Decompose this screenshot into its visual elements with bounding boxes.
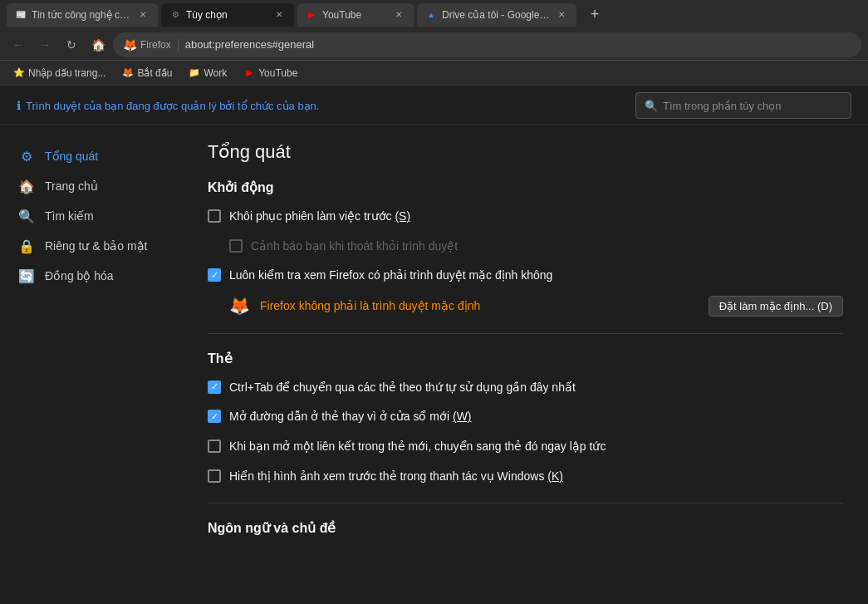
warn-close-row: Cảnh báo bạn khi thoát khỏi trình duyệt	[229, 237, 843, 257]
restore-session-row: Khôi phục phiên làm việc trước (S)	[208, 207, 843, 227]
main-layout: ⚙ Tổng quát 🏠 Trang chủ 🔍 Tìm kiếm 🔒 Riê…	[0, 125, 868, 604]
search-input[interactable]	[663, 100, 842, 112]
open-links-tabs-label: Mở đường dẫn ở thẻ thay vì ở cửa sổ mới …	[229, 409, 472, 425]
sidebar-item-sync[interactable]: 🔄 Đồng bộ hóa	[8, 261, 174, 291]
open-links-shortcut: (W)	[453, 410, 472, 423]
nav-bar: ← → ↻ 🏠 🦊 Firefox about:preferences#gene…	[0, 29, 868, 61]
open-links-tabs-row: ✓ Mở đường dẫn ở thẻ thay vì ở cửa sổ mớ…	[208, 407, 843, 427]
title-bar: 📰 Tin tức công nghệ cập nhật 24... ✕ ⚙ T…	[0, 0, 868, 29]
startup-section-title: Khởi động	[208, 179, 843, 195]
browser-label: 🦊 Firefox	[123, 38, 180, 52]
sidebar-item-privacy[interactable]: 🔒 Riêng tư & bảo mật	[8, 231, 174, 261]
warn-close-checkbox[interactable]	[229, 239, 243, 253]
tab-drive[interactable]: ▲ Drive của tôi - Google Drive ✕	[417, 3, 576, 27]
bookmark-input-label: Nhập dấu trang...	[28, 67, 105, 79]
url-text: about:preferences#general	[185, 38, 314, 51]
restore-session-label: Khôi phục phiên làm việc trước (S)	[229, 209, 410, 225]
managed-text: Trình duyệt của bạn đang được quản lý bở…	[26, 100, 319, 112]
info-icon: ℹ	[17, 99, 21, 112]
home-icon: 🏠	[18, 178, 35, 194]
show-preview-checkbox[interactable]	[208, 469, 221, 483]
sidebar-item-general[interactable]: ⚙ Tổng quát	[8, 141, 174, 171]
tab-youtube-favicon: ▶	[306, 9, 317, 21]
tab-news-label: Tin tức công nghệ cập nhật 24...	[32, 9, 131, 21]
check-default-row: ✓ Luôn kiểm tra xem Firefox có phải trìn…	[208, 266, 843, 286]
bookmark-batdau-label: Bắt đầu	[137, 67, 172, 79]
restore-session-shortcut: (S)	[395, 209, 410, 223]
sidebar-item-search[interactable]: 🔍 Tìm kiếm	[8, 201, 174, 231]
sidebar-home-label: Trang chủ	[45, 179, 98, 193]
tabs-section-title: Thẻ	[208, 351, 843, 366]
bookmark-batdau[interactable]: 🦊 Bắt đầu	[117, 66, 177, 81]
show-preview-shortcut: (K)	[547, 469, 563, 483]
tab-drive-favicon: ▲	[425, 9, 437, 21]
divider-2	[208, 503, 843, 503]
restore-session-checkbox[interactable]	[208, 209, 221, 223]
bookmark-work-label: Work	[204, 67, 227, 79]
bookmark-work-icon: 📁	[189, 67, 200, 79]
tab-news-favicon: 📰	[15, 9, 27, 21]
switch-new-tab-checkbox[interactable]	[208, 439, 221, 453]
bookmarks-bar: ⭐ Nhập dấu trang... 🦊 Bắt đầu 📁 Work ▶ Y…	[0, 61, 868, 86]
tab-drive-label: Drive của tôi - Google Drive	[442, 9, 550, 21]
ctrl-tab-label: Ctrl+Tab để chuyển qua các thẻ theo thứ …	[229, 380, 576, 396]
ctrl-tab-checkbox[interactable]: ✓	[208, 381, 221, 394]
privacy-icon: 🔒	[18, 238, 35, 254]
tab-drive-close[interactable]: ✕	[555, 8, 568, 22]
switch-new-tab-row: Khi bạn mở một liên kết trong thẻ mới, c…	[208, 437, 843, 457]
show-preview-label: Hiển thị hình ảnh xem trước thẻ trong th…	[229, 469, 563, 485]
open-links-tabs-checkbox[interactable]: ✓	[208, 410, 221, 423]
search-box[interactable]: 🔍	[635, 92, 851, 119]
settings-content: Tổng quát Khởi động Khôi phục phiên làm …	[183, 125, 868, 604]
reload-button[interactable]: ↻	[60, 33, 83, 56]
sidebar-sync-label: Đồng bộ hóa	[45, 269, 114, 282]
bookmark-youtube[interactable]: ▶ YouTube	[238, 66, 302, 81]
check-default-label: Luôn kiểm tra xem Firefox có phải trình …	[229, 268, 552, 284]
general-icon: ⚙	[18, 148, 35, 165]
new-tab-button[interactable]: +	[583, 3, 606, 27]
search-icon: 🔍	[645, 100, 658, 112]
divider-1	[208, 333, 843, 334]
tab-settings[interactable]: ⚙ Tùy chọn ✕	[161, 3, 294, 27]
back-button[interactable]: ←	[7, 33, 30, 56]
page-title: Tổng quát	[208, 141, 843, 163]
search-nav-icon: 🔍	[18, 208, 35, 224]
warn-close-label: Cảnh báo bạn khi thoát khỏi trình duyệt	[251, 238, 458, 255]
sidebar-search-label: Tìm kiếm	[45, 209, 94, 223]
home-button[interactable]: 🏠	[86, 33, 110, 56]
firefox-default-icon: 🦊	[229, 296, 250, 316]
firefox-icon: 🦊	[123, 38, 137, 52]
bookmark-youtube-label: YouTube	[258, 67, 297, 79]
tab-youtube-close[interactable]: ✕	[392, 8, 405, 22]
sidebar-general-label: Tổng quát	[45, 150, 98, 163]
bookmark-input[interactable]: ⭐ Nhập dấu trang...	[8, 66, 110, 81]
tab-settings-label: Tùy chọn	[186, 9, 228, 21]
not-default-text: Firefox không phải là trình duyệt mặc đị…	[260, 299, 699, 312]
check-default-checkbox[interactable]: ✓	[208, 268, 221, 282]
language-section-title: Ngôn ngữ và chủ đề	[208, 520, 843, 536]
switch-new-tab-label: Khi bạn mở một liên kết trong thẻ mới, c…	[229, 439, 606, 455]
sidebar-item-home[interactable]: 🏠 Trang chủ	[8, 171, 174, 201]
bookmark-work[interactable]: 📁 Work	[184, 66, 232, 81]
sidebar-privacy-label: Riêng tư & bảo mật	[45, 239, 148, 253]
tab-youtube-label: YouTube	[322, 9, 361, 21]
firefox-label: Firefox	[140, 39, 179, 51]
bookmark-input-icon: ⭐	[13, 67, 25, 79]
tab-youtube[interactable]: ▶ YouTube ✕	[297, 3, 414, 27]
tab-settings-close[interactable]: ✕	[272, 8, 286, 22]
sync-icon: 🔄	[18, 268, 35, 284]
info-bar: ℹ Trình duyệt của bạn đang được quản lý …	[0, 86, 868, 125]
sidebar: ⚙ Tổng quát 🏠 Trang chủ 🔍 Tìm kiếm 🔒 Riê…	[0, 125, 183, 604]
show-preview-row: Hiển thị hình ảnh xem trước thẻ trong th…	[208, 467, 843, 487]
tab-news[interactable]: 📰 Tin tức công nghệ cập nhật 24... ✕	[7, 3, 158, 27]
managed-info: ℹ Trình duyệt của bạn đang được quản lý …	[17, 99, 319, 112]
forward-button[interactable]: →	[33, 33, 56, 56]
tab-news-close[interactable]: ✕	[136, 8, 150, 22]
default-browser-row: 🦊 Firefox không phải là trình duyệt mặc …	[229, 296, 843, 317]
tab-settings-favicon: ⚙	[169, 9, 181, 21]
set-default-button[interactable]: Đặt làm mặc định... (D)	[709, 296, 843, 317]
ctrl-tab-row: ✓ Ctrl+Tab để chuyển qua các thẻ theo th…	[208, 378, 843, 398]
bookmark-youtube-icon: ▶	[243, 67, 255, 79]
bookmark-batdau-icon: 🦊	[122, 67, 134, 79]
address-bar[interactable]: 🦊 Firefox about:preferences#general	[113, 32, 861, 57]
